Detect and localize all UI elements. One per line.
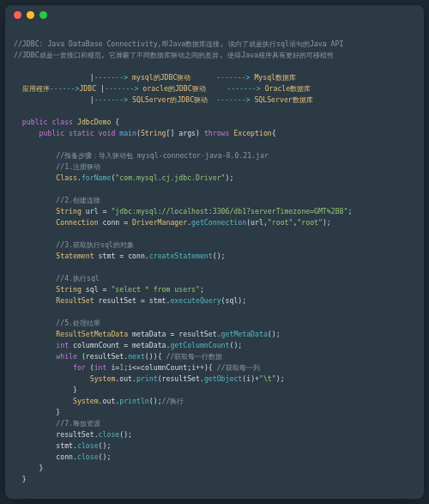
minimize-icon[interactable] [27, 11, 34, 19]
comment-line: //JDBC: Java DataBase Connectivity,即Java… [14, 39, 343, 48]
diagram-row: 应用程序------>JDBC |-------> oracle的JDBC驱动 … [14, 84, 311, 93]
keyword: public [22, 118, 48, 126]
titlebar [5, 5, 424, 24]
maximize-icon[interactable] [39, 11, 47, 19]
close-icon[interactable] [14, 11, 21, 19]
comment-line: //JDBC就是一套接口和规范, 它屏蔽了不同数据库驱动之间的差异, 使得Jav… [14, 51, 334, 59]
diagram-row: |-------> SQLServer的JDBC驱动 -------> SQLS… [14, 95, 313, 104]
code-area: //JDBC: Java DataBase Connectivity,即Java… [5, 24, 424, 494]
diagram-row: |-------> mysql的JDBC驱动 -------> Mysql数据库 [14, 73, 296, 82]
code-window: //JDBC: Java DataBase Connectivity,即Java… [5, 5, 424, 499]
